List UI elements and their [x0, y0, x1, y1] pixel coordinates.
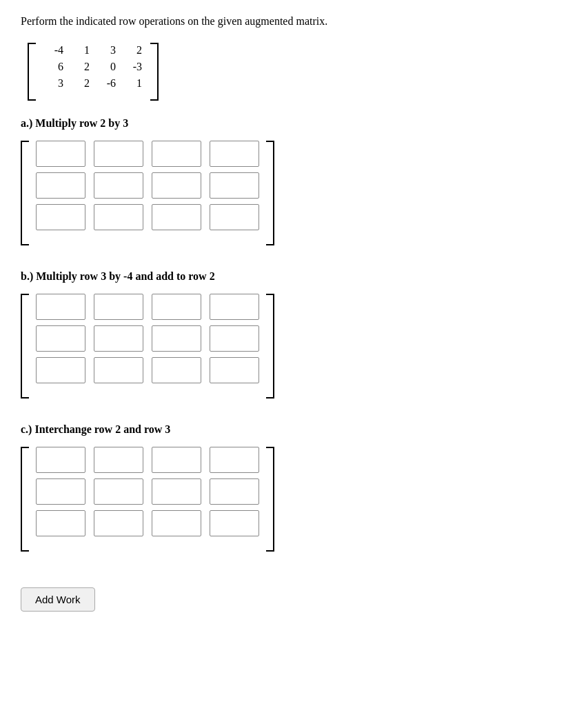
section-a-matrix — [21, 141, 274, 245]
input-b-3-2[interactable] — [94, 357, 143, 383]
input-c-1-1[interactable] — [36, 447, 85, 473]
input-c-2-3[interactable] — [152, 478, 201, 505]
section-a-input-rows — [36, 141, 259, 245]
section-a-row-3 — [36, 204, 259, 230]
section-b-label: b.) Multiply row 3 by -4 and add to row … — [21, 270, 567, 283]
input-a-2-1[interactable] — [36, 172, 85, 199]
cell-1-1: -4 — [44, 43, 63, 58]
matrix-row-2: 6 2 0 -3 — [44, 59, 142, 74]
input-c-3-3[interactable] — [152, 510, 201, 536]
input-a-3-1[interactable] — [36, 204, 85, 230]
cell-1-3: 3 — [97, 43, 116, 58]
cell-2-4: -3 — [123, 59, 142, 74]
section-c-right-bracket — [266, 447, 274, 552]
cell-2-1: 6 — [44, 59, 63, 74]
input-c-1-4[interactable] — [210, 447, 259, 473]
section-a-left-bracket — [21, 141, 29, 245]
section-b-matrix — [21, 294, 274, 399]
input-c-3-4[interactable] — [210, 510, 259, 536]
section-c-matrix — [21, 447, 274, 552]
matrix-row-3: 3 2 -6 1 — [44, 76, 142, 91]
cell-2-3: 0 — [97, 59, 116, 74]
section-b-row-1 — [36, 294, 259, 320]
input-b-3-4[interactable] — [210, 357, 259, 383]
section-c-left-bracket — [21, 447, 29, 552]
input-b-1-3[interactable] — [152, 294, 201, 320]
input-b-3-1[interactable] — [36, 357, 85, 383]
input-a-3-4[interactable] — [210, 204, 259, 230]
input-b-1-2[interactable] — [94, 294, 143, 320]
input-a-1-2[interactable] — [94, 141, 143, 167]
matrix-row-1: -4 1 3 2 — [44, 43, 142, 58]
input-c-1-3[interactable] — [152, 447, 201, 473]
section-b: b.) Multiply row 3 by -4 and add to row … — [21, 270, 567, 401]
section-a-label: a.) Multiply row 2 by 3 — [21, 117, 567, 130]
cell-3-4: 1 — [123, 76, 142, 91]
section-a: a.) Multiply row 2 by 3 — [21, 117, 567, 248]
add-work-button[interactable]: Add Work — [21, 587, 95, 612]
cell-1-4: 2 — [123, 43, 142, 58]
input-a-1-4[interactable] — [210, 141, 259, 167]
cell-3-2: 2 — [70, 76, 90, 91]
input-b-1-1[interactable] — [36, 294, 85, 320]
section-b-input-rows — [36, 294, 259, 399]
section-b-row-2 — [36, 325, 259, 352]
section-c-input-rows — [36, 447, 259, 552]
input-c-2-4[interactable] — [210, 478, 259, 505]
section-c-row-2 — [36, 478, 259, 505]
section-b-right-bracket — [266, 294, 274, 399]
input-a-2-4[interactable] — [210, 172, 259, 199]
left-bracket-icon — [28, 43, 36, 101]
cell-2-2: 2 — [70, 59, 90, 74]
input-c-2-2[interactable] — [94, 478, 143, 505]
section-b-row-3 — [36, 357, 259, 383]
input-a-2-2[interactable] — [94, 172, 143, 199]
matrix-rows: -4 1 3 2 6 2 0 -3 3 2 -6 1 — [44, 43, 142, 101]
input-b-3-3[interactable] — [152, 357, 201, 383]
section-a-row-2 — [36, 172, 259, 199]
input-a-1-1[interactable] — [36, 141, 85, 167]
section-b-left-bracket — [21, 294, 29, 399]
cell-3-3: -6 — [97, 76, 116, 91]
section-c-row-3 — [36, 510, 259, 536]
input-b-1-4[interactable] — [210, 294, 259, 320]
input-c-3-1[interactable] — [36, 510, 85, 536]
section-a-row-1 — [36, 141, 259, 167]
input-a-3-3[interactable] — [152, 204, 201, 230]
section-a-right-bracket — [266, 141, 274, 245]
input-b-2-3[interactable] — [152, 325, 201, 352]
right-bracket-icon — [150, 43, 159, 101]
section-c: c.) Interchange row 2 and row 3 — [21, 423, 567, 554]
section-c-label: c.) Interchange row 2 and row 3 — [21, 423, 567, 436]
original-matrix: -4 1 3 2 6 2 0 -3 3 2 -6 1 — [28, 43, 159, 101]
input-a-1-3[interactable] — [152, 141, 201, 167]
input-c-3-2[interactable] — [94, 510, 143, 536]
cell-1-2: 1 — [70, 43, 90, 58]
input-c-1-2[interactable] — [94, 447, 143, 473]
input-b-2-2[interactable] — [94, 325, 143, 352]
input-c-2-1[interactable] — [36, 478, 85, 505]
input-b-2-1[interactable] — [36, 325, 85, 352]
input-a-2-3[interactable] — [152, 172, 201, 199]
input-b-2-4[interactable] — [210, 325, 259, 352]
instructions-text: Perform the indicated row operations on … — [21, 14, 567, 29]
cell-3-1: 3 — [44, 76, 63, 91]
section-c-row-1 — [36, 447, 259, 473]
input-a-3-2[interactable] — [94, 204, 143, 230]
